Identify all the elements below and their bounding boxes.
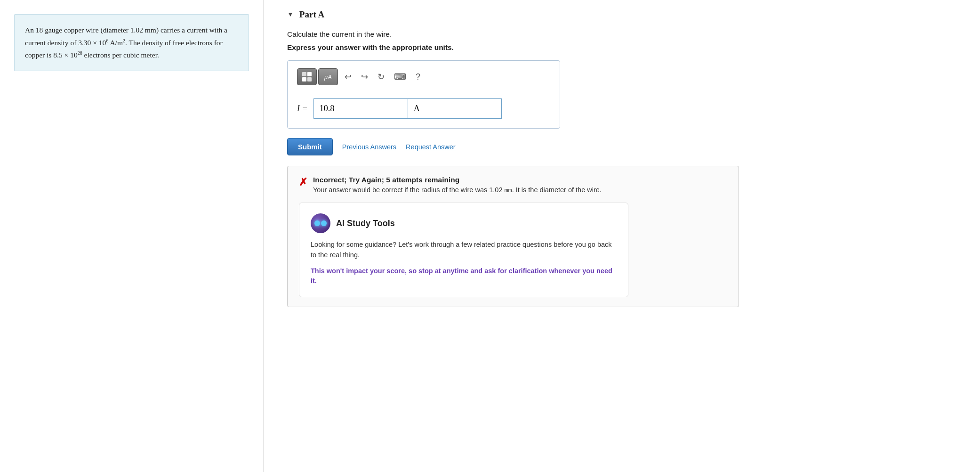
previous-answers-button[interactable]: Previous Answers <box>342 143 396 151</box>
ai-header: AI Study Tools <box>311 213 617 233</box>
grid-icon <box>302 72 312 81</box>
redo-icon: ↪ <box>361 72 368 82</box>
undo-icon: ↩ <box>345 72 352 82</box>
input-row: I = <box>297 98 550 119</box>
help-button[interactable]: ? <box>413 70 423 84</box>
unit-button-label: μA <box>324 73 332 81</box>
help-icon: ? <box>416 72 420 82</box>
unit-button[interactable]: μA <box>318 68 338 85</box>
input-label: I = <box>297 104 308 114</box>
right-panel: ▼ Part A Calculate the current in the wi… <box>264 0 980 472</box>
express-text: Express your answer with the appropriate… <box>287 43 961 52</box>
part-label: Part A <box>299 9 324 20</box>
refresh-icon: ↻ <box>378 72 385 82</box>
request-answer-label: Request Answer <box>406 143 456 151</box>
problem-text: An 18 gauge copper wire (diameter 1.02 m… <box>25 26 227 59</box>
question-text: Calculate the current in the wire. <box>287 30 961 39</box>
feedback-title: Incorrect; Try Again; 5 attempts remaini… <box>313 176 602 184</box>
collapse-triangle-icon[interactable]: ▼ <box>287 11 294 18</box>
answer-toolbar: μA ↩ ↪ ↻ ⌨ ? <box>297 68 550 91</box>
left-panel: An 18 gauge copper wire (diameter 1.02 m… <box>0 0 264 472</box>
part-header: ▼ Part A <box>287 9 961 20</box>
grid-cell <box>307 77 312 81</box>
undo-button[interactable]: ↩ <box>342 70 354 84</box>
refresh-button[interactable]: ↻ <box>375 70 387 84</box>
request-answer-button[interactable]: Request Answer <box>406 143 456 151</box>
previous-answers-label: Previous Answers <box>342 143 396 151</box>
submit-row: Submit Previous Answers Request Answer <box>287 138 961 155</box>
feedback-box: ✗ Incorrect; Try Again; 5 attempts remai… <box>287 166 739 307</box>
ai-study-tools-box: AI Study Tools Looking for some guidance… <box>299 203 628 297</box>
ai-title: AI Study Tools <box>336 219 395 228</box>
keyboard-button[interactable]: ⌨ <box>391 70 409 84</box>
submit-button[interactable]: Submit <box>287 138 333 155</box>
answer-value-input[interactable] <box>313 98 408 119</box>
grid-cell <box>302 72 306 76</box>
problem-box: An 18 gauge copper wire (diameter 1.02 m… <box>14 14 249 71</box>
feedback-header: ✗ Incorrect; Try Again; 5 attempts remai… <box>299 176 727 194</box>
ai-link-text[interactable]: This won't impact your score, so stop at… <box>311 267 612 285</box>
answer-unit-input[interactable] <box>408 98 502 119</box>
submit-label: Submit <box>298 143 322 151</box>
grid-cell <box>302 77 306 81</box>
toolbar-btn-group: μA <box>297 68 338 85</box>
keyboard-icon: ⌨ <box>394 72 406 82</box>
ai-icon <box>311 213 330 233</box>
redo-button[interactable]: ↪ <box>358 70 371 84</box>
feedback-content: Incorrect; Try Again; 5 attempts remaini… <box>313 176 602 194</box>
grid-mode-button[interactable] <box>297 68 317 85</box>
grid-cell <box>307 72 312 76</box>
answer-container: μA ↩ ↪ ↻ ⌨ ? <box>287 60 560 129</box>
feedback-description: Your answer would be correct if the radi… <box>313 186 602 194</box>
ai-body-text: Looking for some guidance? Let's work th… <box>311 240 617 260</box>
error-x-icon: ✗ <box>299 176 307 188</box>
